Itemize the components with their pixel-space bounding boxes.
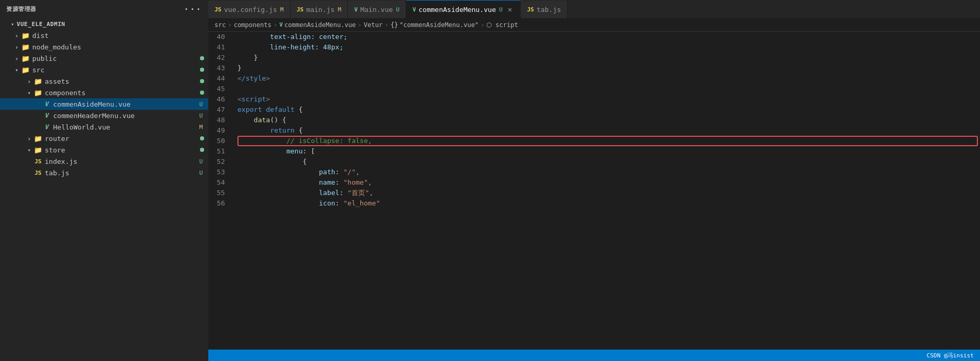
code-line-46: 46 <script> <box>208 94 980 105</box>
tab-vue-config-icon: JS <box>215 6 221 13</box>
router-label: router <box>45 135 200 143</box>
public-label: public <box>32 55 200 62</box>
sidebar-more-button[interactable]: ··· <box>184 4 202 14</box>
components-arrow <box>25 90 33 96</box>
router-folder-icon: 📁 <box>33 135 43 143</box>
sidebar-item-tab-js[interactable]: JS tab.js U <box>0 167 208 178</box>
tab-tab-js-label: tab.js <box>536 6 561 14</box>
src-label: src <box>32 66 200 74</box>
tab-commen-aside[interactable]: V commenAsideMenu.vue U ✕ <box>406 0 521 18</box>
components-folder-icon: 📁 <box>33 89 43 97</box>
line-num-42: 42 <box>208 53 233 63</box>
components-badge <box>200 91 204 95</box>
line-num-44: 44 <box>208 73 233 84</box>
line-content-52: { <box>233 157 980 167</box>
store-label: store <box>45 146 200 154</box>
sidebar-item-router[interactable]: 📁 router <box>0 133 208 144</box>
line-num-45: 45 <box>208 84 233 94</box>
code-line-49: 49 return { <box>208 125 980 136</box>
tab-main-vue-label: Main.vue <box>360 6 393 14</box>
assets-label: assets <box>45 78 200 85</box>
line-content-56: icon: "el_home" <box>233 198 980 209</box>
sidebar-item-components[interactable]: 📁 components <box>0 87 208 98</box>
line-num-43: 43 <box>208 63 233 73</box>
line-content-48: data() { <box>233 115 980 125</box>
tab-vue-config-badge: M <box>280 6 284 13</box>
tab-vue-config[interactable]: JS vue.config.js M <box>208 0 291 18</box>
sidebar-item-store[interactable]: 📁 store <box>0 144 208 156</box>
code-line-53: 53 path: "/", <box>208 167 980 177</box>
line-num-55: 55 <box>208 188 233 198</box>
commen-aside-label: commenAsideMenu.vue <box>53 100 198 108</box>
public-arrow <box>12 55 21 62</box>
line-content-40: text-align: center; <box>233 32 980 42</box>
root-folder[interactable]: VUE_ELE_ADMIN <box>0 18 208 30</box>
line-num-53: 53 <box>208 167 233 177</box>
tab-js-label: tab.js <box>45 169 198 177</box>
store-folder-icon: 📁 <box>33 146 43 154</box>
sidebar-item-index-js[interactable]: JS index.js U <box>0 156 208 167</box>
code-editor[interactable]: 40 text-align: center; 41 line-height: 4… <box>208 32 980 350</box>
src-folder-icon: 📁 <box>21 66 30 74</box>
sidebar-item-hello-world[interactable]: V HelloWorld.vue M <box>0 121 208 133</box>
tab-commen-aside-close[interactable]: ✕ <box>506 5 514 14</box>
line-content-47: export default { <box>233 105 980 115</box>
code-line-40: 40 text-align: center; <box>208 32 980 42</box>
line-num-50: 50 <box>208 136 233 146</box>
hello-world-label: HelloWorld.vue <box>53 123 198 131</box>
root-arrow <box>8 21 17 27</box>
line-num-40: 40 <box>208 32 233 42</box>
tab-main-js-label: main.js <box>306 6 335 14</box>
tab-main-vue[interactable]: V Main.vue U <box>348 0 406 18</box>
line-content-49: return { <box>233 125 980 136</box>
public-folder-icon: 📁 <box>21 55 30 62</box>
sidebar-item-node-modules[interactable]: 📁 node_modules <box>0 41 208 53</box>
status-text: CSDN @冯insist <box>927 352 974 359</box>
dist-arrow <box>12 32 21 40</box>
index-js-badge: U <box>198 158 204 165</box>
dist-folder-icon: 📁 <box>21 32 30 40</box>
code-line-41: 41 line-height: 48px; <box>208 42 980 53</box>
tab-commen-aside-badge: U <box>499 6 503 13</box>
src-badge <box>200 68 204 72</box>
code-line-51: 51 menu: [ <box>208 146 980 157</box>
commen-aside-icon: V <box>42 100 51 108</box>
line-content-44: </style> <box>233 73 980 84</box>
code-line-47: 47 export default { <box>208 105 980 115</box>
tab-commen-aside-label: commenAsideMenu.vue <box>419 6 496 14</box>
assets-badge <box>200 79 204 83</box>
code-line-48: 48 data() { <box>208 115 980 125</box>
sidebar-item-src[interactable]: 📁 src <box>0 64 208 75</box>
index-js-label: index.js <box>45 158 198 165</box>
sidebar-item-dist[interactable]: 📁 dist <box>0 30 208 41</box>
public-badge <box>200 56 204 60</box>
code-line-54: 54 name: "home", <box>208 177 980 188</box>
tab-main-vue-icon: V <box>354 6 358 13</box>
tab-commen-aside-icon: V <box>412 6 416 13</box>
line-num-48: 48 <box>208 115 233 125</box>
tab-tab-js[interactable]: JS tab.js <box>521 0 568 18</box>
components-label: components <box>45 89 200 97</box>
tab-main-js-icon: JS <box>297 6 304 13</box>
commen-header-badge: U <box>198 112 204 119</box>
line-content-55: label: "首页", <box>233 188 980 198</box>
line-num-54: 54 <box>208 177 233 188</box>
sidebar-item-commen-header[interactable]: V commenHeaderMenu.vue U <box>0 110 208 121</box>
code-line-44: 44 </style> <box>208 73 980 84</box>
sidebar-item-commen-aside[interactable]: V commenAsideMenu.vue U <box>0 98 208 110</box>
bc-sep2: › <box>273 21 277 29</box>
tab-main-js[interactable]: JS main.js M <box>291 0 348 18</box>
code-line-55: 55 label: "首页", <box>208 188 980 198</box>
hello-world-icon: V <box>42 123 51 131</box>
node-modules-folder-icon: 📁 <box>21 43 30 51</box>
line-content-46: <script> <box>233 94 980 105</box>
bc-curly-icon: {} <box>391 21 398 29</box>
sidebar-item-assets[interactable]: 📁 assets <box>0 75 208 87</box>
bc-sep4: › <box>385 21 388 29</box>
status-bar: CSDN @冯insist <box>208 350 980 361</box>
commen-header-label: commenHeaderMenu.vue <box>53 112 198 120</box>
sidebar-item-public[interactable]: 📁 public <box>0 53 208 64</box>
bc-src: src <box>215 21 226 29</box>
sidebar-header: 资源管理器 ··· <box>0 0 208 18</box>
line-content-43: } <box>233 63 980 73</box>
